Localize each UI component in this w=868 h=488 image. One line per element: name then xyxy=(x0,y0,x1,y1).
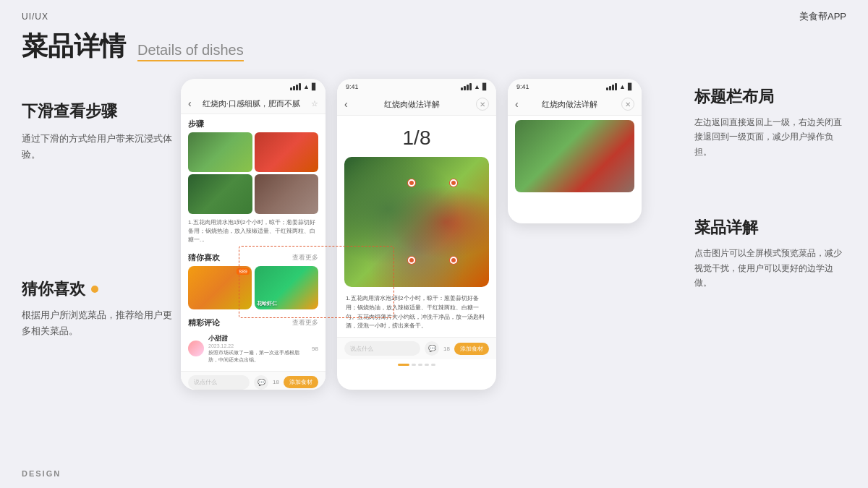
phone2-content: 1/8 1.五花肉用清水泡1到2个小时，晾干：葱姜蒜切好备用；锅烧热油，放入辣椒… xyxy=(337,116,496,370)
rec-label-2: 花蛤虾仁 xyxy=(257,300,277,307)
big-food-image[interactable] xyxy=(344,157,489,287)
comment-count-icon[interactable]: 💬 xyxy=(254,375,268,390)
close-icon-3[interactable]: ✕ xyxy=(621,98,634,111)
back-icon-2[interactable]: ‹ xyxy=(344,98,348,110)
section1-desc: 通过下滑的方式给用户带来沉浸式体验。 xyxy=(22,131,181,163)
phone1-nav-title: 红烧肉·口感细腻，肥而不腻 xyxy=(197,98,305,109)
phone3-nav-title: 红烧肉做法详解 xyxy=(524,99,616,110)
top-bar-left-label: UI/UX xyxy=(22,12,48,22)
close-icon-2[interactable]: ✕ xyxy=(476,98,489,111)
active-dot xyxy=(398,364,409,366)
phone3-time: 9:41 xyxy=(516,83,529,90)
steps-label: 步骤 xyxy=(181,114,326,132)
phone1-nav: ‹ 红烧肉·口感细腻，肥而不腻 ☆ xyxy=(181,93,326,114)
recommend-header: 猜你喜欢 查看更多 xyxy=(181,249,326,266)
comment-icon-2: 💬 xyxy=(428,345,436,352)
comment-count-2: 18 xyxy=(443,346,450,352)
phone1-input-placeholder: 说点什么 xyxy=(194,378,217,386)
page-dots xyxy=(337,359,496,370)
connector-dot-3 xyxy=(450,179,457,187)
section2-title: 猜你喜欢 xyxy=(22,278,181,300)
section1-title: 下滑查看步骤 xyxy=(22,100,181,122)
phone3-status-icons: ▲ ▊ xyxy=(606,83,633,90)
phones-area: ▲ ▊ ‹ 红烧肉·口感细腻，肥而不腻 ☆ 步骤 1.五花肉用清水泡1 xyxy=(181,72,680,455)
phone3-nav: ‹ 红烧肉做法详解 ✕ xyxy=(508,93,642,116)
phone1-status-icons: ▲ ▊ xyxy=(290,83,317,90)
design-label: DESIGN xyxy=(22,469,61,478)
phone2-status-bar: 9:41 ▲ ▊ xyxy=(337,79,496,93)
comment-likes[interactable]: 98 xyxy=(312,346,318,352)
comment-count: 18 xyxy=(273,379,279,385)
step-image-1 xyxy=(188,132,252,172)
comments-more[interactable]: 查看更多 xyxy=(292,318,318,328)
section2-desc: 根据用户所浏览菜品，推荐给用户更多相关菜品。 xyxy=(22,307,181,339)
comments-header: 精彩评论 查看更多 xyxy=(181,314,326,331)
inactive-dot xyxy=(418,364,422,366)
wifi-icon-2: ▲ xyxy=(474,83,480,90)
step-image-4 xyxy=(255,174,319,214)
right-title-2: 菜品详解 xyxy=(694,217,846,239)
right-section-1: 标题栏布局 左边返回直接返回上一级，右边关闭直接退回到一级页面，减少用户操作负担… xyxy=(694,86,846,159)
phone3-content xyxy=(508,120,642,192)
comment-date: 2023.12.22 xyxy=(208,343,307,348)
signal-icon xyxy=(290,83,301,90)
phone2-status-icons: ▲ ▊ xyxy=(461,83,488,90)
step-counter: 1/8 xyxy=(337,116,496,157)
phone-3: 9:41 ▲ ▊ ‹ 红烧肉做法详解 ✕ xyxy=(508,79,642,223)
bookmark-icon[interactable]: ☆ xyxy=(311,99,318,108)
battery-icon-3: ▊ xyxy=(628,83,633,90)
phone1-content: 步骤 1.五花肉用清水泡1到2个小时，晾干；葱姜蒜切好备用；锅烧热油，放入辣椒适… xyxy=(181,114,326,390)
wifi-icon: ▲ xyxy=(303,83,310,90)
connector-dot-1 xyxy=(408,179,415,187)
food-image-inner xyxy=(344,157,489,287)
inactive-dot xyxy=(412,364,416,366)
steps-text: 1.五花肉用清水泡1到2个小时，晾干；葱姜蒜切好备用；锅烧热油，放入辣椒适量、干… xyxy=(181,218,326,249)
recommend-row: 889 花蛤虾仁 xyxy=(181,266,326,314)
battery-icon-2: ▊ xyxy=(482,83,488,90)
connector-dot-2 xyxy=(408,257,415,264)
phone1-bottom-bar: 说点什么 💬 18 添加食材 xyxy=(181,371,326,390)
rec-card-2[interactable]: 花蛤虾仁 xyxy=(255,266,318,309)
phone2-time: 9:41 xyxy=(346,83,359,90)
phone-1: ▲ ▊ ‹ 红烧肉·口感细腻，肥而不腻 ☆ 步骤 1.五花肉用清水泡1 xyxy=(181,79,326,390)
steps-images xyxy=(181,132,326,218)
rec-card-1[interactable]: 889 xyxy=(188,266,252,309)
comments-label: 精彩评论 xyxy=(188,317,220,328)
rec-badge-1: 889 xyxy=(237,268,250,275)
step-image-3 xyxy=(188,174,252,214)
comment-icon: 💬 xyxy=(258,379,265,386)
phone2-comment-input[interactable]: 说点什么 xyxy=(344,341,420,356)
signal-icon-2 xyxy=(461,83,472,90)
recommend-label: 猜你喜欢 xyxy=(188,252,220,263)
comment-info: 小甜甜 2023.12.22 按照市场试做了一遍，第一次这手感根脂肪，中间还来点… xyxy=(208,334,307,364)
page-title-cn: 菜品详情 xyxy=(22,29,126,64)
comment-text: 按照市场试做了一遍，第一次这手感根脂肪，中间还来点出锅。 xyxy=(208,349,307,364)
top-bar: UI/UX 美食帮APP xyxy=(0,0,868,23)
phone2-add-ingredient-btn[interactable]: 添加食材 xyxy=(454,343,489,355)
phone2-nav: ‹ 红烧肉做法详解 ✕ xyxy=(337,93,496,116)
phone1-status-bar: ▲ ▊ xyxy=(181,79,326,93)
battery-icon: ▊ xyxy=(312,83,317,90)
header-section: 菜品详情 Details of dishes xyxy=(0,23,868,64)
comment-count-icon-2[interactable]: 💬 xyxy=(425,341,439,356)
recommend-more[interactable]: 查看更多 xyxy=(292,253,318,262)
phone2-desc: 1.五花肉用清水泡1到2个小时，晾干：葱姜蒜切好备用；锅烧热油，放入辣椒适量、干… xyxy=(337,294,496,337)
back-icon[interactable]: ‹ xyxy=(188,98,192,109)
back-icon-3[interactable]: ‹ xyxy=(515,98,519,110)
phone1-comment-input[interactable]: 说点什么 xyxy=(188,375,250,390)
step-image-2 xyxy=(255,132,319,172)
right-panel: 标题栏布局 左边返回直接返回上一级，右边关闭直接退回到一级页面，减少用户操作负担… xyxy=(680,72,846,455)
comments-section: 小甜甜 2023.12.22 按照市场试做了一遍，第一次这手感根脂肪，中间还来点… xyxy=(181,331,326,371)
commenter-name: 小甜甜 xyxy=(208,334,307,343)
inactive-dot xyxy=(431,364,435,366)
phone3-food-image[interactable] xyxy=(515,120,634,192)
commenter-avatar xyxy=(188,341,204,356)
phone1-add-ingredient-btn[interactable]: 添加食材 xyxy=(284,376,318,388)
phone-2: 9:41 ▲ ▊ ‹ 红烧肉做法详解 ✕ xyxy=(337,79,496,390)
page-title-en: Details of dishes xyxy=(137,42,244,61)
right-section-2: 菜品详解 点击图片可以全屏模式预览菜品，减少视觉干扰，使用户可以更好的边学边做。 xyxy=(694,217,846,290)
wifi-icon-3: ▲ xyxy=(619,83,626,90)
comment-row: 小甜甜 2023.12.22 按照市场试做了一遍，第一次这手感根脂肪，中间还来点… xyxy=(188,331,318,367)
main-content: 下滑查看步骤 通过下滑的方式给用户带来沉浸式体验。 猜你喜欢 根据用户所浏览菜品… xyxy=(0,64,868,455)
signal-icon-3 xyxy=(606,83,617,90)
